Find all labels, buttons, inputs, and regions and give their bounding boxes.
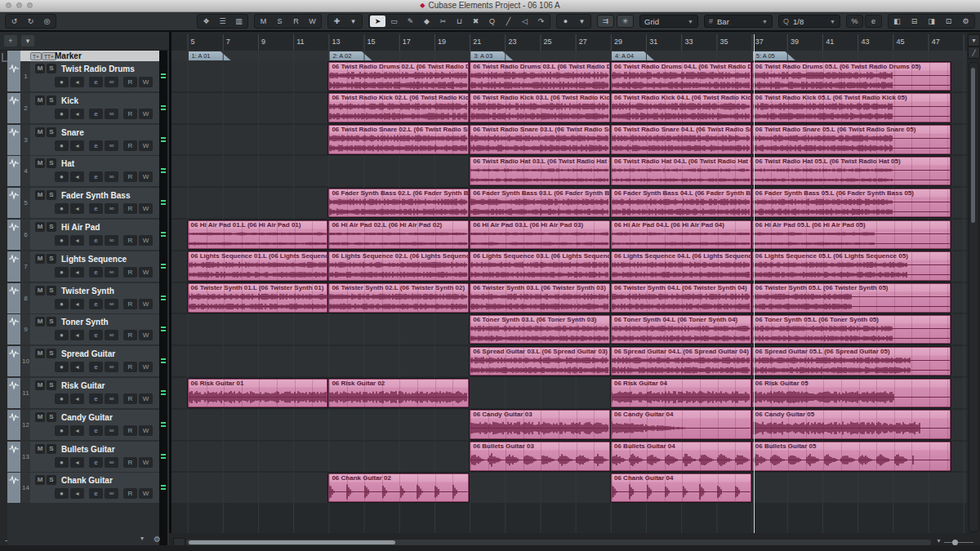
- audio-event[interactable]: 06 Risk Guitar 04: [611, 379, 751, 408]
- track-row[interactable]: 11MSRisk Guitar●◂e∞RW: [7, 378, 160, 408]
- mute-button[interactable]: M: [35, 190, 45, 200]
- glue-icon[interactable]: ⊔: [452, 16, 467, 27]
- read-automation-button[interactable]: R: [123, 235, 137, 246]
- track-color-tab[interactable]: [7, 251, 20, 282]
- quantize-dropdown[interactable]: Q 1/8 ▼: [778, 15, 840, 28]
- marker-track-row[interactable]: T+TT+Marker: [7, 51, 160, 61]
- edit-channel-button[interactable]: e: [89, 425, 103, 436]
- zoom-presets-icon[interactable]: ▼: [936, 538, 942, 544]
- track-row[interactable]: 2MSKick●◂e∞RW: [7, 93, 160, 123]
- read-automation-button[interactable]: R: [123, 362, 137, 372]
- marker-lane[interactable]: 1: A 012: A 023: A 034: A 045: A 05: [172, 51, 967, 62]
- audio-event[interactable]: 06 Twist Radio Kick 02.L (06 Twist Radio…: [328, 93, 469, 122]
- track-scale-icon[interactable]: [2, 53, 7, 62]
- read-automation-button[interactable]: R: [123, 457, 137, 468]
- record-enable-button[interactable]: ●: [55, 425, 69, 436]
- track-color-tab[interactable]: [7, 346, 20, 376]
- write-automation-button[interactable]: W: [139, 330, 153, 340]
- track-row[interactable]: 4MSHat●◂e∞RW: [7, 156, 160, 186]
- audio-event[interactable]: 06 Fader Synth Bass 05.L (06 Fader Synth…: [752, 189, 951, 218]
- freeze-button[interactable]: ∞: [105, 109, 118, 119]
- record-enable-button[interactable]: ●: [55, 171, 69, 182]
- zoom-slider-track[interactable]: [944, 542, 973, 543]
- record-enable-button[interactable]: ●: [55, 299, 69, 309]
- audio-event[interactable]: 06 Fader Synth Bass 02.L (06 Fader Synth…: [328, 189, 469, 218]
- track-color-tab[interactable]: [7, 61, 20, 91]
- audio-event[interactable]: 06 Twist Radio Drums 02.L (06 Twist Radi…: [328, 62, 469, 91]
- add-track-button[interactable]: +: [4, 35, 17, 47]
- event-display[interactable]: 5791113151719212325272931333537394143454…: [172, 32, 967, 533]
- monitor-button[interactable]: ◂: [70, 267, 84, 278]
- track-lane[interactable]: [172, 473, 967, 503]
- track-list-menu-button[interactable]: ▾: [140, 535, 144, 542]
- record-enable-button[interactable]: ●: [55, 362, 69, 372]
- track-body[interactable]: MSTwister Synth●◂e∞RW: [30, 283, 160, 313]
- snap-on-off-icon[interactable]: ✳: [617, 15, 634, 28]
- edit-channel-button[interactable]: e: [89, 109, 103, 119]
- track-color-tab[interactable]: [7, 378, 20, 408]
- undo-button[interactable]: ↺: [7, 16, 22, 27]
- solo-button[interactable]: S: [47, 286, 56, 295]
- audio-event[interactable]: 06 Hi Air Pad 04.L (06 Hi Air Pad 04): [611, 220, 751, 250]
- track-body[interactable]: MSChank Guitar●◂e∞RW: [30, 473, 160, 503]
- track-body[interactable]: MSCandy Guitar●◂e∞RW: [30, 410, 160, 440]
- title-bar[interactable]: ◆Cubase Elements Project - 06 106 A: [0, 0, 980, 12]
- solo-button[interactable]: S: [47, 380, 56, 390]
- audio-event[interactable]: 06 Candy Guitar 04: [611, 410, 751, 439]
- write-automation-button[interactable]: W: [139, 488, 153, 499]
- solo-button[interactable]: S: [47, 64, 56, 73]
- toolbar-setup-icon[interactable]: ⚙: [958, 16, 973, 27]
- read-all-icon[interactable]: R: [288, 16, 304, 27]
- mute-button[interactable]: M: [35, 444, 45, 454]
- audio-event[interactable]: 06 Twist Radio Snare 04.L (06 Twist Radi…: [611, 125, 751, 154]
- track-color-tab[interactable]: [7, 93, 20, 123]
- read-automation-button[interactable]: R: [123, 109, 137, 119]
- window-layout-setup-icon[interactable]: ⊡: [941, 16, 956, 27]
- write-automation-button[interactable]: W: [139, 171, 153, 182]
- track-color-tab[interactable]: [7, 125, 20, 155]
- audio-event[interactable]: 06 Twister Synth 02.L (06 Twister Synth …: [328, 283, 469, 313]
- track-row[interactable]: 8MSTwister Synth●◂e∞RW: [7, 283, 160, 313]
- monitor-button[interactable]: ◂: [70, 140, 84, 151]
- solo-button[interactable]: S: [47, 349, 56, 358]
- line-tool-icon[interactable]: ╱: [501, 16, 516, 27]
- audio-event[interactable]: 06 Twist Radio Kick 04.L (06 Twist Radio…: [611, 93, 751, 122]
- track-row[interactable]: 5MSFader Synth Bass●◂e∞RW: [7, 188, 160, 218]
- write-all-icon[interactable]: W: [305, 16, 320, 27]
- mute-button[interactable]: M: [35, 64, 45, 73]
- lower-zone-toggle-icon[interactable]: ⊟: [906, 16, 922, 27]
- freeze-button[interactable]: ∞: [105, 267, 118, 278]
- marker-flag[interactable]: 5: A 05: [753, 51, 795, 60]
- scrub-tool-icon[interactable]: ↷: [533, 16, 549, 27]
- play-tool-icon[interactable]: ◁: [517, 16, 532, 27]
- zoom-out-tracks-button[interactable]: -: [5, 535, 7, 544]
- audio-event[interactable]: 06 Bullets Guitar 04: [611, 442, 751, 471]
- edit-channel-button[interactable]: e: [89, 299, 103, 309]
- freeze-button[interactable]: ∞: [105, 299, 118, 309]
- object-selection-icon[interactable]: ➤: [370, 16, 385, 27]
- monitor-button[interactable]: ◂: [70, 457, 84, 468]
- audio-event[interactable]: 06 Twist Radio Kick 03.L (06 Twist Radio…: [470, 93, 610, 122]
- solo-button[interactable]: S: [47, 317, 56, 327]
- audio-event[interactable]: 06 Twist Radio Hat 03.L (06 Twist Radio …: [470, 157, 610, 186]
- audio-event[interactable]: 06 Candy Guitar 05: [752, 410, 951, 439]
- audio-event[interactable]: 06 Lights Sequence 02.L (06 Lights Seque…: [328, 251, 469, 281]
- open-quantize-panel-button[interactable]: e: [865, 15, 882, 28]
- audio-event[interactable]: 06 Hi Air Pad 03.L (06 Hi Air Pad 03): [470, 220, 610, 250]
- freeze-button[interactable]: ∞: [105, 457, 118, 468]
- edit-channel-button[interactable]: e: [89, 203, 103, 214]
- audio-event[interactable]: 06 Twist Radio Snare 03.L (06 Twist Radi…: [470, 125, 610, 154]
- write-automation-button[interactable]: W: [139, 109, 153, 119]
- monitor-button[interactable]: ◂: [70, 77, 84, 87]
- track-row[interactable]: 10MSSpread Guitar●◂e∞RW: [7, 346, 160, 376]
- freeze-button[interactable]: ∞: [105, 171, 118, 182]
- record-enable-button[interactable]: ●: [55, 77, 69, 87]
- horizontal-scrollbar-thumb[interactable]: [189, 540, 395, 544]
- marker-flag[interactable]: 1: A 01: [189, 51, 231, 60]
- audio-event[interactable]: 06 Risk Guitar 01: [188, 379, 328, 408]
- track-color-tab[interactable]: [7, 410, 20, 440]
- monitor-button[interactable]: ◂: [70, 235, 84, 246]
- timeline-ruler[interactable]: 5791113151719212325272931333537394143454…: [172, 34, 967, 51]
- edit-channel-button[interactable]: e: [89, 457, 103, 468]
- track-body[interactable]: MSLights Sequence●◂e∞RW: [30, 251, 160, 282]
